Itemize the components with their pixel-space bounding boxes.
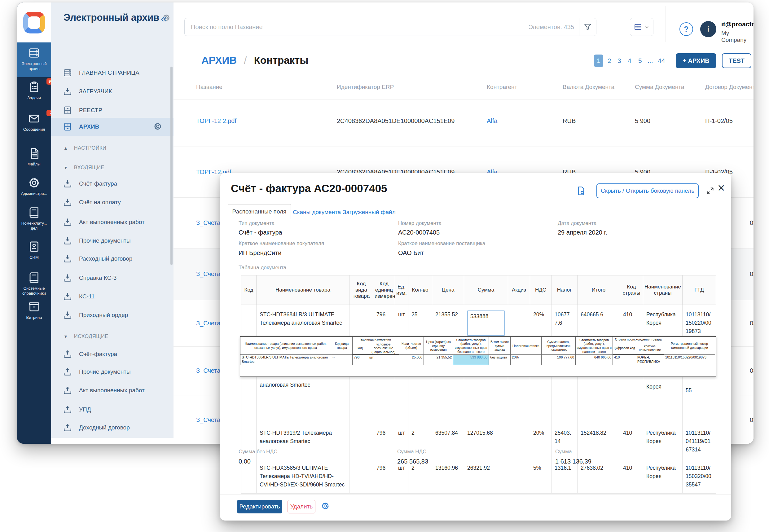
page-1[interactable]: 1 <box>594 55 603 67</box>
sidebar-item-in-other-docs[interactable]: Прочие документы <box>51 232 174 249</box>
sidebar-section-incoming[interactable]: ▼ ВХОДЯЩИЕ <box>64 165 104 170</box>
rail-item-system-refs[interactable]: Системные справочники <box>17 271 51 296</box>
add-archive-button[interactable]: + АРХИВ <box>676 53 716 68</box>
edit-button[interactable]: Редактировать <box>237 500 282 513</box>
book-icon <box>28 206 40 219</box>
sidebar-item-registry[interactable]: РЕЕСТР <box>51 102 174 119</box>
rail-item-crm[interactable]: CRM <box>17 240 51 260</box>
sidebar-item-out-upd[interactable]: УПД <box>51 401 174 418</box>
sidebar-item-in-work-act[interactable]: Акт выполненных работ <box>51 213 174 231</box>
download-tray-icon <box>63 198 72 207</box>
col-header-currency[interactable]: Валюта Документа <box>563 84 614 90</box>
tab-uploaded-file[interactable]: Загруженный файл <box>343 209 396 216</box>
sidebar-scrollbar[interactable] <box>170 67 173 265</box>
rail-item-tasks[interactable]: 91 Задачи <box>17 81 51 100</box>
sidebar-item-out-invoice[interactable]: Счёт-фактура <box>51 345 174 363</box>
col-header-amount[interactable]: Сумма Документа <box>635 84 684 90</box>
sidebar-item-in-receipt-order[interactable]: Приходный ордер <box>51 306 174 324</box>
upload-tray-icon <box>63 423 72 432</box>
doc-table-row[interactable]: STC-HDX3585/3 ULTIMATE Телекамера HD-TVI… <box>241 458 716 494</box>
gear-icon[interactable] <box>153 122 162 131</box>
document-table-label: Таблица документа <box>239 265 286 271</box>
page-ellipsis: ... <box>648 57 653 64</box>
col-header-erp[interactable]: Идентификатор ERP <box>337 84 394 90</box>
sidebar-item-in-payment-bill[interactable]: Счёт на оплату <box>51 194 174 211</box>
download-tray-icon <box>63 236 72 245</box>
cabinet-icon <box>63 106 72 115</box>
filter-button[interactable] <box>579 18 596 36</box>
sidebar-item-in-expense-contract[interactable]: Расходный договор <box>51 250 174 267</box>
field-label: Тип документа <box>239 220 275 226</box>
sidebar-item-in-invoice[interactable]: Счёт-фактура <box>51 175 174 192</box>
download-tray-icon <box>63 310 72 320</box>
sidebar-item-out-income-contract[interactable]: Доходный договор <box>51 419 174 436</box>
total-label: Сумма НДС <box>397 449 426 455</box>
test-button[interactable]: TEST <box>722 53 751 68</box>
file-icon <box>28 147 40 160</box>
upload-tray-icon <box>63 367 72 376</box>
page-2[interactable]: 2 <box>608 57 611 64</box>
close-icon[interactable]: × <box>718 182 725 194</box>
rail-item-files[interactable]: Файлы <box>17 147 51 167</box>
archive-icon <box>63 68 72 77</box>
rail-item-nomenclature[interactable]: Номенклату... дел <box>17 206 51 231</box>
archive-icon <box>28 47 40 59</box>
document-modal: Счёт - фактура АС20-0007405 Скрыть / Отк… <box>220 173 731 521</box>
page-44[interactable]: 44 <box>658 57 665 64</box>
sidebar-item-out-other-docs[interactable]: Прочие документы <box>51 363 174 380</box>
col-header-name[interactable]: Название <box>196 84 222 90</box>
page-4[interactable]: 4 <box>628 57 631 64</box>
page-3[interactable]: 3 <box>617 57 621 64</box>
upload-tray-icon <box>63 386 72 395</box>
module-rail: Электронный архив 91 Задачи 7 Сообщения … <box>17 2 51 444</box>
breadcrumb-parent[interactable]: АРХИВ <box>201 55 237 66</box>
total-label: Сумма <box>555 449 572 455</box>
table-view-icon <box>634 23 642 31</box>
sidebar-item-loader[interactable]: ЗАГРУЗЧИК <box>51 83 174 100</box>
logo-box[interactable] <box>17 2 51 42</box>
field-label: Краткое наименование поставщика <box>398 240 485 247</box>
col-header-contract[interactable]: Договор Документа <box>705 84 754 90</box>
sidebar-item-in-ks3[interactable]: Справка КС-3 <box>51 269 174 287</box>
rail-item-messages[interactable]: 7 Сообщения <box>17 112 51 132</box>
user-company: My Company <box>721 30 754 43</box>
sidebar-section-settings[interactable]: ▲ НАСТРОЙКИ <box>64 145 106 151</box>
page-5[interactable]: 5 <box>638 57 642 64</box>
download-tray-icon <box>63 273 72 283</box>
rail-item-showcase[interactable]: Витрина <box>17 301 51 320</box>
rail-item-administration[interactable]: Администри... <box>17 177 51 196</box>
doc-table-row[interactable]: STC-HDT3919/2 Телекамера аналоговая Smar… <box>241 423 716 458</box>
field-value: ИП БрендСити <box>239 249 281 257</box>
toggle-side-panel-button[interactable]: Скрыть / Открыть боковую панель <box>596 183 699 198</box>
view-selector[interactable] <box>630 18 653 36</box>
box-icon <box>28 301 40 313</box>
collapse-sidebar-icon[interactable]: « <box>161 13 167 24</box>
field-value: Счёт - фактура <box>239 229 282 236</box>
search-input[interactable] <box>185 24 528 31</box>
field-label: Краткое наименование покупателя <box>239 240 324 247</box>
sidebar-item-archive[interactable]: АРХИВ <box>51 118 174 136</box>
modal-settings-gear-icon[interactable] <box>321 502 330 512</box>
contact-card-icon <box>28 240 40 253</box>
delete-button[interactable]: Удалить <box>288 500 315 513</box>
avatar[interactable]: i <box>700 21 716 37</box>
tab-document-scans[interactable]: Сканы документа <box>293 209 341 216</box>
rail-item-electronic-archive[interactable]: Электронный архив <box>17 42 51 77</box>
sidebar-section-outgoing[interactable]: ▼ ИСХОДЯЩИЕ <box>64 333 108 339</box>
sidebar-title: Электронный архив <box>64 12 170 25</box>
mail-icon <box>28 112 40 125</box>
page-title: Контракты <box>254 55 309 66</box>
sidebar: Электронный архив « ГЛАВНАЯ СТРАНИЦА ЗАГ… <box>51 2 174 438</box>
sidebar-item-main-page[interactable]: ГЛАВНАЯ СТРАНИЦА <box>51 64 174 81</box>
book-icon <box>28 271 40 284</box>
document-actions-icon[interactable] <box>576 186 586 197</box>
download-tray-icon <box>63 87 72 96</box>
sidebar-item-out-work-act[interactable]: Акт выполненных работ <box>51 382 174 399</box>
tab-recognized-fields[interactable]: Распознанные поля <box>228 204 291 219</box>
sidebar-item-in-ks11[interactable]: КС-11 <box>51 288 174 305</box>
col-header-contragent[interactable]: Контрагент <box>487 84 517 90</box>
help-button[interactable]: ? <box>679 22 693 36</box>
gear-icon <box>28 177 40 189</box>
download-tray-icon <box>63 179 72 188</box>
expand-icon[interactable] <box>706 187 714 196</box>
